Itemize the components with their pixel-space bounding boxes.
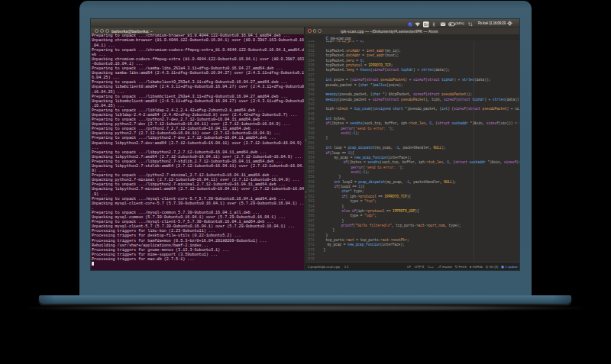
svg-text:En: En bbox=[424, 22, 428, 26]
